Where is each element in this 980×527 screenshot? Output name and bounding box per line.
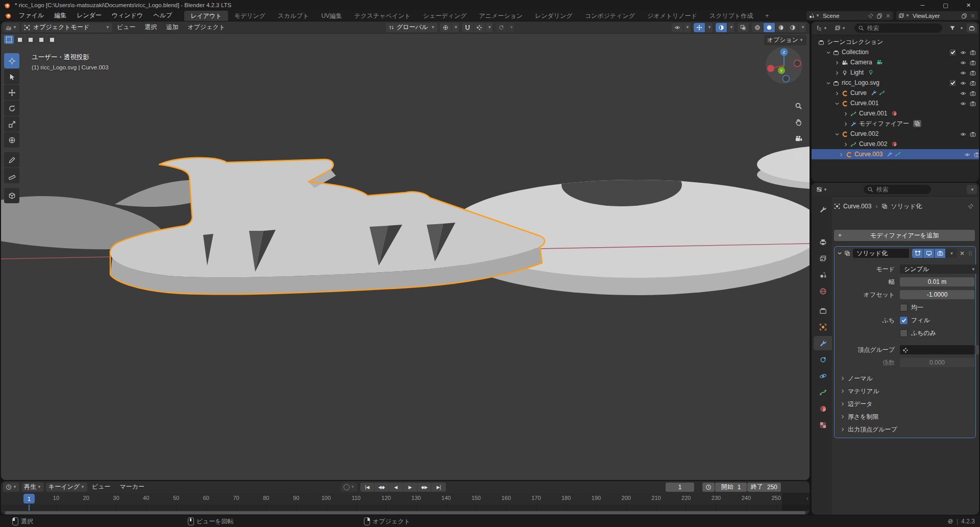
delete-viewlayer-icon[interactable] — [970, 13, 976, 19]
disable-render-toggle[interactable] — [970, 59, 976, 66]
tool-measure[interactable] — [4, 168, 19, 183]
menu-ファイル[interactable]: ファイル — [14, 10, 49, 21]
play-button[interactable]: ▶ — [403, 483, 418, 492]
tool-rotate[interactable] — [4, 101, 19, 116]
expander-icon[interactable] — [838, 151, 844, 158]
frame-start-field[interactable]: 開始 1 — [715, 483, 747, 492]
hide-viewport-toggle[interactable] — [960, 100, 966, 107]
breadcrumb-object[interactable]: Curve.003 — [843, 203, 871, 210]
checkbox-row[interactable]: ふちのみ — [900, 328, 974, 338]
proportional-edit[interactable]: ▼ — [496, 23, 515, 32]
shading-wireframe-button[interactable] — [752, 23, 764, 32]
viewport-menu-選択[interactable]: 選択 — [140, 23, 161, 32]
tool-transform[interactable] — [4, 132, 19, 148]
outliner-row[interactable]: Light — [812, 67, 979, 78]
timeline-menu-ビュー[interactable]: ビュー — [87, 483, 115, 491]
expander-icon[interactable] — [825, 49, 831, 56]
disable-render-toggle[interactable] — [970, 69, 976, 76]
viewport-menu-オブジェクト[interactable]: オブジェクト — [183, 23, 230, 32]
expander-icon[interactable] — [834, 59, 840, 66]
pan-widget[interactable] — [792, 115, 805, 129]
menu-ウィンドウ[interactable]: ウィンドウ — [107, 10, 148, 21]
subpanel-0[interactable]: ノーマル — [840, 373, 873, 384]
outliner-item-label[interactable]: Light — [850, 69, 864, 76]
outliner-item-label[interactable]: モディファイアー — [859, 119, 909, 128]
select-mode-extend[interactable] — [15, 35, 24, 44]
value-field[interactable]: 0.01 m — [900, 277, 974, 286]
mode-select[interactable]: シンプル▼ — [900, 265, 978, 274]
outliner-row[interactable]: Camera — [812, 57, 979, 67]
modifier-render-toggle[interactable] — [935, 249, 946, 258]
vertex-group-field[interactable] — [900, 345, 974, 354]
object-icon[interactable] — [834, 203, 840, 209]
outliner-item-label[interactable]: Camera — [850, 59, 872, 66]
playhead[interactable] — [29, 505, 30, 511]
timeline-menu-マーカー[interactable]: マーカー — [115, 483, 149, 491]
subpanel-1[interactable]: マテリアル — [840, 386, 879, 396]
outliner-row[interactable]: Curve — [812, 88, 979, 98]
close-modifier-icon[interactable] — [959, 250, 965, 256]
outliner-row[interactable]: モディファイアー — [812, 118, 979, 129]
outliner-item-label[interactable]: Collection — [842, 49, 869, 56]
pin-icon[interactable] — [868, 13, 874, 19]
use-preview-range-toggle[interactable] — [702, 483, 715, 492]
value-field[interactable]: -1.0000 — [900, 290, 974, 299]
disable-render-toggle[interactable] — [970, 100, 976, 107]
properties-tab-view-layer[interactable] — [814, 251, 832, 266]
properties-tab-object[interactable] — [814, 320, 832, 334]
shading-solid-button[interactable] — [764, 23, 775, 32]
pivot-selector[interactable]: ▼ — [440, 23, 459, 32]
breadcrumb-panel[interactable]: ソリッド化 — [891, 202, 922, 211]
outliner-item-label[interactable]: Curve.001 — [859, 110, 887, 117]
checkbox-row[interactable]: 均一 — [900, 303, 974, 312]
outliner-row[interactable]: Curve.002 — [812, 129, 979, 139]
workspace-tab[interactable]: スカルプト — [272, 11, 315, 21]
shading-rendered-button[interactable] — [787, 23, 799, 32]
outliner-row[interactable]: Collection — [812, 47, 979, 57]
properties-tab-material[interactable] — [814, 401, 832, 416]
workspace-tab[interactable]: レイアウト — [184, 11, 228, 21]
timeline-editor-type[interactable]: ▼ — [3, 483, 19, 492]
timeline-menu-キーイング[interactable]: キーイング▼ — [46, 483, 87, 492]
viewport-3d[interactable]: ▼ オブジェクトモード ▼ ビュー選択追加オブジェクト グローバル ▼ ▼ — [1, 21, 810, 480]
collection-checkbox[interactable] — [949, 79, 957, 87]
maximize-button[interactable]: ▢ — [934, 0, 957, 10]
minimize-button[interactable]: ─ — [911, 0, 934, 10]
collection-checkbox[interactable] — [949, 49, 957, 56]
ortho-toggle-widget[interactable] — [792, 148, 805, 161]
navigation-gizmo[interactable]: Z Y — [765, 46, 803, 85]
pin-id-icon[interactable] — [968, 203, 974, 209]
expander-icon[interactable] — [834, 100, 840, 107]
tool-select-box[interactable] — [4, 53, 19, 68]
hide-viewport-toggle[interactable] — [960, 69, 966, 76]
viewport-menu-追加[interactable]: 追加 — [161, 23, 183, 32]
disable-render-toggle[interactable] — [974, 151, 979, 158]
timeline-menu-再生[interactable]: 再生▼ — [21, 483, 44, 492]
viewlayer-selector[interactable]: ▼ ViewLayer — [896, 11, 978, 20]
tool-move[interactable] — [4, 85, 19, 100]
frame-end-field[interactable]: 終了 250 — [747, 483, 781, 492]
select-mode-invert[interactable] — [36, 35, 46, 44]
properties-tab-scene[interactable] — [814, 268, 832, 282]
expander-icon[interactable] — [843, 120, 849, 127]
outliner-row[interactable]: Curve.003 — [812, 149, 979, 159]
workspace-tab[interactable]: シェーディング — [417, 11, 473, 21]
current-frame-field[interactable]: 1 — [666, 483, 694, 492]
checkbox-row[interactable]: フィル — [900, 316, 974, 325]
options-button[interactable]: オプション▼ — [764, 35, 806, 45]
outliner-filter-mode[interactable]: ▼ — [832, 23, 848, 33]
subpanel-4[interactable]: 出力頂点グループ — [840, 424, 897, 435]
hide-viewport-toggle[interactable] — [960, 130, 966, 137]
disable-render-toggle[interactable] — [970, 79, 976, 86]
properties-search-input[interactable]: 検索 — [864, 185, 931, 194]
tool-annotate[interactable] — [4, 152, 19, 167]
outliner-row[interactable]: Curve.001 — [812, 108, 979, 118]
subpanel-3[interactable]: 厚さを制限 — [840, 412, 879, 422]
shading-dropdown[interactable]: ▼ — [799, 23, 806, 32]
tool-scale[interactable] — [4, 116, 19, 132]
properties-tab-render[interactable] — [814, 219, 832, 233]
properties-editor-type[interactable]: ▼ — [814, 185, 830, 194]
select-mode-intersect[interactable] — [47, 35, 57, 44]
outliner-row[interactable]: シーンコレクション — [812, 37, 979, 47]
modifier-editmode-toggle[interactable] — [912, 249, 923, 258]
